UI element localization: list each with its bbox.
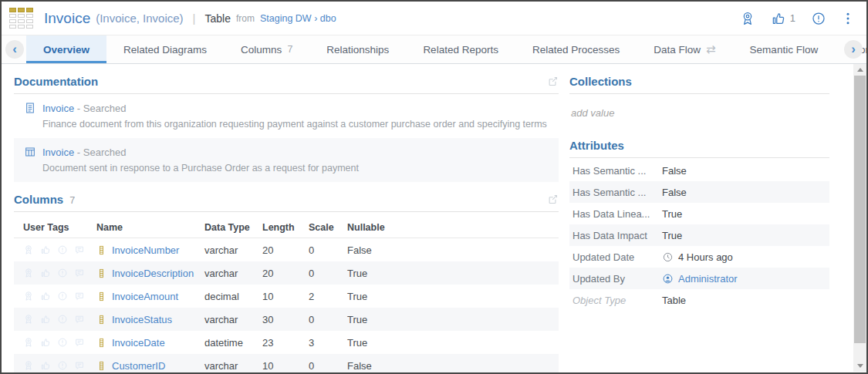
data-type-cell: varchar (204, 314, 262, 325)
header-divider: | (193, 12, 196, 25)
column-name-link[interactable]: CustomerID (112, 360, 165, 372)
tab-related-diagrams[interactable]: Related Diagrams (106, 35, 224, 63)
user-tags-cell (14, 314, 96, 325)
attributes-section: Attributes Has Semantic ... False Has Se… (569, 139, 829, 311)
tab-label: Overview (43, 44, 90, 56)
thumbs-up-icon (771, 11, 786, 26)
attributes-list: Has Semantic ... False Has Semantic ... … (569, 160, 829, 311)
thumbs-up-icon[interactable] (40, 360, 51, 371)
tabs-scroll-left-button[interactable]: ‹ (5, 40, 24, 59)
table-row: InvoiceAmount decimal 10 2 True (14, 285, 559, 308)
length-cell: 10 (262, 291, 309, 302)
tab-columns[interactable]: Columns 7 (224, 35, 309, 63)
attribute-label: Updated Date (572, 251, 662, 263)
attribute-row: Has Data Linea... True (569, 203, 829, 224)
scroll-up-icon (857, 68, 863, 72)
comment-icon[interactable] (74, 314, 85, 325)
comment-icon[interactable] (74, 268, 85, 278)
column-icon (96, 267, 106, 280)
header-data-type: Data Type (204, 222, 262, 233)
tab-data-flow[interactable]: Data Flow ⇄ (637, 35, 732, 63)
kebab-menu-icon (842, 11, 854, 26)
alert-circle-icon[interactable] (57, 337, 68, 348)
vertical-scrollbar[interactable] (853, 64, 866, 372)
doc-item-link[interactable]: Invoice (42, 147, 74, 158)
tabs-scroll-right-button[interactable]: › (844, 40, 863, 59)
comment-icon[interactable] (74, 360, 85, 371)
tab-label: Related Reports (423, 44, 498, 56)
award-icon[interactable] (23, 244, 34, 255)
scrollbar-thumb[interactable] (854, 76, 866, 343)
header-length: Length (262, 222, 309, 233)
endorse-button[interactable] (740, 11, 755, 26)
alert-circle-icon[interactable] (57, 360, 68, 371)
issue-button[interactable] (811, 11, 826, 26)
like-button[interactable]: 1 (771, 11, 795, 26)
asset-type-label: Table (205, 12, 231, 25)
alert-circle-icon[interactable] (57, 314, 68, 325)
attribute-value: Table (662, 295, 686, 306)
thumbs-up-icon[interactable] (40, 268, 51, 278)
column-name-link[interactable]: InvoiceStatus (112, 314, 172, 325)
edit-icon (547, 76, 559, 87)
award-icon[interactable] (23, 314, 34, 325)
header-actions: 1 (740, 11, 854, 26)
tab-related-processes[interactable]: Related Processes (515, 35, 637, 63)
tab-semantic-flow[interactable]: Semantic Flow (733, 35, 836, 63)
attribute-row: Has Semantic ... False (569, 160, 829, 181)
alert-circle-icon[interactable] (57, 291, 68, 302)
thumbs-up-icon[interactable] (40, 337, 51, 348)
column-name-link[interactable]: InvoiceDate (112, 337, 165, 349)
tab-label: Semantic Flow (750, 44, 819, 56)
asset-identity: Invoice (Invoice, Invoice) | Table from … (9, 8, 336, 29)
award-icon[interactable] (23, 291, 34, 302)
documentation-item: Invoice - Searched Document sent in resp… (14, 138, 559, 182)
column-name-link[interactable]: InvoiceDescription (112, 268, 194, 279)
award-icon[interactable] (23, 360, 34, 371)
collections-add-value[interactable]: add value (571, 107, 829, 119)
alert-circle-icon (811, 11, 826, 26)
source-path-link[interactable]: Staging DW › dbo (260, 13, 336, 24)
comment-icon[interactable] (74, 244, 85, 255)
comment-icon[interactable] (74, 291, 85, 302)
edit-documentation-button[interactable] (547, 76, 559, 87)
attribute-label: Has Data Linea... (572, 208, 662, 220)
thumbs-up-icon[interactable] (40, 244, 51, 255)
more-options-button[interactable] (842, 11, 854, 26)
table-row: InvoiceNumber varchar 20 0 False (14, 238, 559, 261)
length-cell: 30 (262, 314, 309, 325)
thumbs-up-icon[interactable] (40, 291, 51, 302)
app-window: Invoice (Invoice, Invoice) | Table from … (0, 0, 868, 374)
scale-cell: 0 (309, 244, 347, 256)
scroll-up-button[interactable] (853, 64, 866, 76)
asset-header: Invoice (Invoice, Invoice) | Table from … (2, 2, 866, 35)
column-name-link[interactable]: InvoiceNumber (112, 244, 179, 256)
collections-title: Collections (569, 75, 632, 88)
scroll-down-button[interactable] (853, 360, 866, 372)
tab-related-reports[interactable]: Related Reports (406, 35, 515, 63)
scale-cell: 0 (309, 268, 347, 279)
tab-label: Related Diagrams (123, 44, 207, 56)
doc-item-link[interactable]: Invoice (42, 103, 74, 114)
alert-circle-icon[interactable] (57, 268, 68, 278)
edit-columns-button[interactable] (547, 194, 559, 205)
award-icon[interactable] (23, 337, 34, 348)
attribute-value: True (662, 208, 682, 220)
alert-circle-icon[interactable] (57, 244, 68, 255)
attribute-label: Has Semantic ... (572, 165, 662, 177)
updated-by-link[interactable]: Administrator (678, 273, 738, 285)
attribute-row: Has Semantic ... False (569, 181, 829, 203)
tab-relationships[interactable]: Relationships (309, 35, 406, 63)
documentation-item: Invoice - Searched Finance document from… (14, 94, 559, 138)
header-name: Name (96, 222, 204, 233)
column-name-link[interactable]: InvoiceAmount (112, 291, 178, 302)
user-icon (662, 273, 674, 285)
columns-table-header: User Tags Name Data Type Length Scale Nu… (14, 217, 559, 238)
tab-label: Data Flow (654, 44, 701, 56)
columns-table: User Tags Name Data Type Length Scale Nu… (14, 217, 559, 374)
comment-icon[interactable] (74, 337, 85, 348)
tab-overview[interactable]: Overview (26, 35, 106, 63)
attribute-value: False (662, 187, 687, 198)
award-icon[interactable] (23, 268, 34, 278)
thumbs-up-icon[interactable] (40, 314, 51, 325)
